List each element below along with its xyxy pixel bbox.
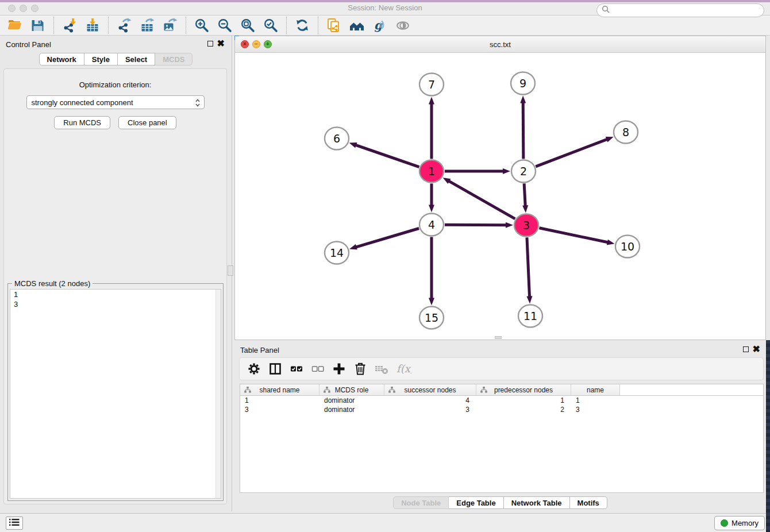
criterion-select[interactable]: strongly connected component: [26, 95, 205, 109]
table-cell[interactable]: 1: [571, 396, 620, 405]
tab-motifs[interactable]: Motifs: [570, 496, 607, 509]
zoom-fit-button[interactable]: [237, 16, 258, 34]
delete-rows-button[interactable]: [352, 360, 369, 377]
search-box[interactable]: [596, 3, 764, 17]
export-image-button[interactable]: [160, 16, 180, 34]
tab-network-table[interactable]: Network Table: [504, 496, 570, 509]
graph-edge-1-4[interactable]: [429, 184, 434, 213]
add-row-button[interactable]: [330, 360, 348, 377]
table-cell[interactable]: 3: [384, 405, 476, 414]
graph-node-2[interactable]: 2: [511, 160, 536, 183]
column-header-MCDS-role[interactable]: MCDS role: [319, 384, 384, 395]
table-cell[interactable]: dominator: [319, 405, 384, 414]
graph-node-14[interactable]: 14: [325, 242, 349, 264]
graph-edge-1-7[interactable]: [429, 97, 434, 159]
save-session-button[interactable]: [28, 16, 48, 34]
table-row[interactable]: 1dominator411: [240, 396, 763, 405]
table-cell[interactable]: 2: [476, 405, 571, 414]
column-header-shared-name[interactable]: shared name: [240, 384, 319, 395]
show-panels-button[interactable]: [6, 516, 23, 530]
graph-node-1[interactable]: 1: [419, 160, 444, 183]
export-network-button[interactable]: [114, 16, 134, 34]
table-cell[interactable]: dominator: [319, 396, 384, 405]
graph-edge-4-14[interactable]: [349, 229, 419, 250]
network-canvas[interactable]: 7968124314101511: [235, 52, 765, 340]
select-all-rows-button[interactable]: [288, 360, 305, 377]
graph-edge-2-9[interactable]: [520, 95, 526, 159]
control-panel-float-icon[interactable]: [207, 41, 213, 47]
tab-style[interactable]: Style: [84, 53, 118, 65]
run-mcds-button[interactable]: Run MCDS: [54, 116, 110, 129]
tab-select[interactable]: Select: [118, 53, 155, 65]
graph-node-4[interactable]: 4: [419, 214, 444, 236]
table-panel-float-icon[interactable]: [743, 346, 749, 352]
graph-edge-1-6[interactable]: [349, 142, 419, 167]
open-session-button[interactable]: [5, 16, 25, 34]
graph-edge-3-10[interactable]: [539, 228, 614, 245]
tab-node-table[interactable]: Node Table: [393, 496, 449, 509]
graph-edge-2-8[interactable]: [536, 137, 613, 167]
duplicate-network-button[interactable]: [324, 16, 344, 34]
tab-mcds[interactable]: MCDS: [155, 53, 192, 65]
table-toolbar: f(x): [239, 357, 764, 380]
graph-edge-2-3[interactable]: [522, 183, 528, 213]
graph-edge-3-1[interactable]: [443, 178, 515, 219]
graph-edge-4-15[interactable]: [429, 237, 434, 306]
panel-splitter-handle[interactable]: [228, 265, 233, 276]
table-settings-button[interactable]: [245, 360, 263, 377]
table-row[interactable]: 3dominator323: [240, 405, 763, 414]
graph-node-15[interactable]: 15: [419, 307, 444, 329]
column-header-predecessor-nodes[interactable]: predecessor nodes: [476, 384, 571, 395]
column-header-successor-nodes[interactable]: successor nodes: [384, 384, 476, 395]
export-table-button[interactable]: [137, 16, 157, 34]
graph-edge-4-3[interactable]: [445, 222, 513, 228]
graph-node-label: 6: [333, 132, 340, 145]
zoom-in-button[interactable]: [191, 16, 212, 34]
graph-edge-3-11[interactable]: [526, 237, 532, 303]
memory-button[interactable]: Memory: [714, 516, 765, 530]
zoom-out-button[interactable]: [214, 16, 235, 34]
graph-node-label: 14: [330, 246, 344, 259]
graph-node-label: 2: [520, 165, 527, 178]
graph-node-3[interactable]: 3: [514, 214, 538, 237]
import-network-icon: [62, 18, 77, 33]
graph-node-11[interactable]: 11: [518, 305, 542, 327]
network-frame-titlebar[interactable]: × − + scc.txt: [235, 36, 765, 53]
graph-edge-1-2[interactable]: [445, 168, 510, 174]
mcds-result-textarea[interactable]: 13: [10, 289, 221, 499]
save-session-icon: [30, 18, 45, 33]
table-cell[interactable]: 3: [571, 405, 620, 414]
show-hide-details-button[interactable]: [392, 16, 413, 34]
table-cell[interactable]: 4: [384, 396, 476, 405]
canvas-splitter-handle[interactable]: [495, 336, 502, 339]
graph-node-10[interactable]: 10: [615, 236, 640, 258]
graph-node-9[interactable]: 9: [511, 72, 535, 95]
search-input[interactable]: [610, 6, 759, 15]
table-cell[interactable]: 1: [240, 396, 319, 405]
node-table[interactable]: shared nameMCDS rolesuccessor nodesprede…: [240, 384, 764, 493]
zoom-selected-button[interactable]: [260, 16, 281, 34]
main-toolbar: g: [0, 16, 770, 36]
column-layout-button[interactable]: [267, 360, 284, 377]
mcds-result-scrollbar[interactable]: [215, 290, 221, 498]
graph-node-7[interactable]: 7: [419, 74, 444, 96]
table-panel-close-icon[interactable]: ✖: [753, 345, 760, 353]
column-header-name[interactable]: name: [571, 384, 620, 395]
tab-edge-table[interactable]: Edge Table: [449, 496, 503, 509]
criterion-value: strongly connected component: [32, 98, 133, 107]
import-table-button[interactable]: [82, 16, 103, 34]
close-panel-button[interactable]: Close panel: [118, 116, 176, 129]
control-panel-close-icon[interactable]: ✖: [217, 40, 225, 48]
graph-node-6[interactable]: 6: [325, 128, 349, 150]
column-header-label: MCDS role: [335, 386, 369, 394]
refresh-view-button[interactable]: [292, 16, 313, 34]
table-cell[interactable]: 3: [240, 405, 319, 414]
deselect-all-rows-button[interactable]: [309, 360, 326, 377]
graphics-details-button[interactable]: g: [369, 16, 390, 34]
table-cell[interactable]: 1: [476, 396, 571, 405]
home-layout-button[interactable]: [346, 16, 367, 34]
table-settings-icon: [247, 361, 261, 376]
tab-network[interactable]: Network: [39, 53, 84, 65]
graph-node-8[interactable]: 8: [614, 121, 638, 144]
import-network-button[interactable]: [59, 16, 80, 34]
